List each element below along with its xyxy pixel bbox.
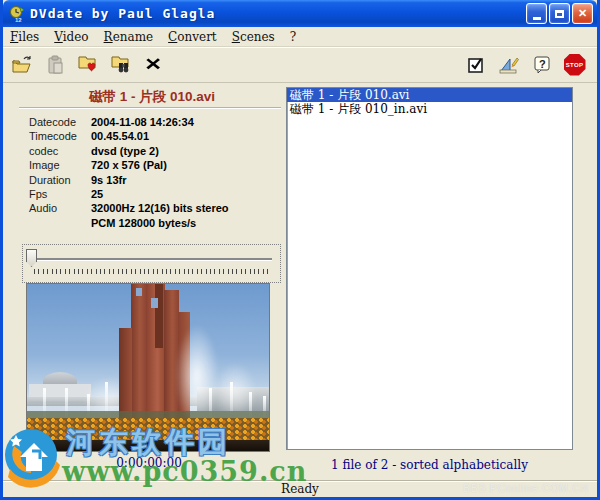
info-value: 32000Hz 12(16) bits stereo [91, 202, 279, 214]
title-separator [19, 107, 281, 109]
info-label-empty [29, 217, 91, 229]
minimize-button[interactable] [526, 3, 547, 24]
info-value: 9s 13fr [91, 174, 279, 186]
menu-scenes[interactable]: Scenes [232, 30, 275, 44]
seek-slider-ticks [34, 269, 272, 274]
preview-tower-gap [136, 288, 142, 296]
close-button[interactable]: ✕ [572, 3, 593, 24]
info-label: Image [29, 159, 91, 171]
info-value: dvsd (type 2) [91, 145, 279, 157]
client-area: 磁带 1 - 片段 010.avi Datecode 2004-11-08 14… [3, 83, 597, 480]
maximize-button[interactable] [549, 3, 570, 24]
search-files-button[interactable] [108, 52, 133, 77]
menu-bar: Files Video Rename Convert Scenes ? [3, 27, 597, 47]
verify-button[interactable] [463, 52, 488, 77]
maximize-icon [555, 10, 564, 18]
preview-tower-gap [151, 298, 158, 308]
paste-button[interactable] [42, 52, 67, 77]
paste-icon [46, 55, 64, 75]
info-value: 720 x 576 (Pal) [91, 159, 279, 171]
watermark-site-url: www.pc0359.cn [62, 456, 307, 487]
app-icon: 12 [8, 5, 26, 23]
menu-files[interactable]: Files [10, 30, 39, 44]
window-title: DVdate by Paul Glagla [30, 6, 526, 21]
current-file-title: 磁带 1 - 片段 010.avi [23, 88, 281, 106]
open-file-button[interactable] [9, 52, 34, 77]
info-value: 00.45.54.01 [91, 130, 279, 142]
delete-x-icon: ✕ [145, 54, 163, 75]
seek-slider-thumb[interactable] [26, 249, 37, 267]
preview-fountain-jet [105, 382, 108, 414]
favorites-button[interactable] [75, 52, 100, 77]
svg-text:?: ? [539, 57, 546, 69]
list-item[interactable]: 磁带 1 - 片段 010_in.avi [287, 102, 572, 116]
open-folder-icon [11, 55, 33, 75]
info-value: 25 [91, 188, 279, 200]
close-icon: ✕ [578, 8, 587, 19]
preview-fountain-jet [230, 382, 233, 414]
info-value: PCM 128000 bytes/s [91, 217, 279, 229]
file-listbox[interactable]: 磁带 1 - 片段 010.avi 磁带 1 - 片段 010_in.avi [286, 87, 573, 450]
stop-button[interactable]: STOP [562, 52, 587, 77]
info-label: Timecode [29, 130, 91, 142]
menu-rename[interactable]: Rename [104, 30, 154, 44]
menu-help[interactable]: ? [290, 30, 296, 44]
watermark-logo [2, 424, 62, 490]
info-value: 2004-11-08 14:26:34 [91, 116, 279, 128]
faint-watermark-text: BBS PConline.COM.CN [463, 483, 589, 494]
preview-tower-column [131, 284, 147, 426]
info-label: Fps [29, 188, 91, 200]
info-label: Audio [29, 202, 91, 214]
preview-tower-column [155, 284, 163, 348]
toolbar: ✕ ? [3, 47, 597, 83]
folder-heart-icon [77, 54, 99, 75]
svg-text:12: 12 [15, 17, 22, 23]
help-button[interactable]: ? [529, 52, 554, 77]
info-label: codec [29, 145, 91, 157]
info-label: Duration [29, 174, 91, 186]
file-info-panel: Datecode 2004-11-08 14:26:34 Timecode 00… [29, 116, 279, 229]
delete-button[interactable]: ✕ [141, 52, 166, 77]
list-summary: 1 file of 2 - sorted alphabetically [286, 458, 573, 472]
info-label: Datecode [29, 116, 91, 128]
app-window: 12 DVdate by Paul Glagla ✕ Files Video R… [0, 0, 600, 500]
list-item[interactable]: 磁带 1 - 片段 010.avi [287, 88, 572, 102]
menu-convert[interactable]: Convert [168, 30, 217, 44]
seek-slider-track[interactable] [34, 258, 272, 261]
help-icon: ? [532, 55, 552, 75]
seek-slider-group [22, 244, 281, 283]
ruler-pencil-icon [498, 55, 520, 75]
preview-tower-column [119, 328, 132, 423]
measure-button[interactable] [496, 52, 521, 77]
title-bar[interactable]: 12 DVdate by Paul Glagla ✕ [3, 0, 597, 27]
stop-icon: STOP [564, 54, 586, 76]
menu-video[interactable]: Video [54, 30, 88, 44]
folder-binoculars-icon [110, 54, 132, 75]
checkbox-icon [466, 55, 486, 75]
minimize-icon [533, 17, 541, 20]
